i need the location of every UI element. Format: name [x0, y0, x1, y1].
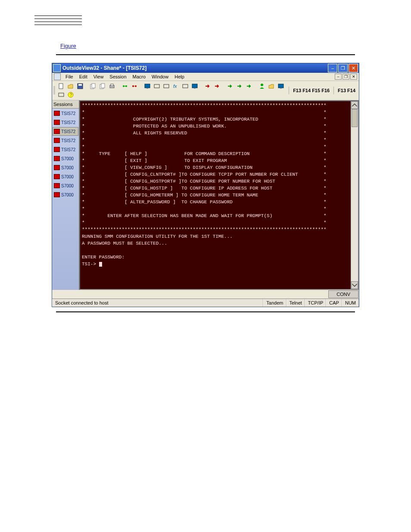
- top-link[interactable]: [34, 19, 82, 22]
- folder-icon: [268, 83, 274, 89]
- fkeys-group-a[interactable]: F13 F14 F15 F16: [291, 87, 332, 94]
- terminal-icon: [54, 156, 60, 161]
- terminal-icon: [54, 138, 60, 143]
- arrow-grn3-icon: [246, 83, 252, 89]
- screen-icon: [192, 83, 198, 89]
- rect-button[interactable]: [57, 90, 65, 99]
- figure-separator-top: [56, 54, 355, 55]
- glasses-button[interactable]: [153, 82, 161, 90]
- menu-session[interactable]: Session: [106, 73, 129, 80]
- monitor-button[interactable]: [143, 82, 152, 90]
- top-link[interactable]: [34, 16, 82, 19]
- scrollbar-thumb[interactable]: [352, 109, 358, 127]
- minimize-button[interactable]: –: [328, 64, 337, 72]
- toolbar: F13 F14 F15 F16 F13 F14: [52, 81, 359, 100]
- fx-button[interactable]: [171, 82, 180, 90]
- terminal[interactable]: ****************************************…: [80, 101, 351, 289]
- session-tab[interactable]: TSIS72: [53, 145, 78, 154]
- status-cell: CAP: [326, 299, 342, 307]
- glasses-icon: [154, 83, 160, 89]
- session-tab[interactable]: S7000: [53, 154, 78, 163]
- paste-icon: [100, 83, 106, 89]
- session-tab[interactable]: S7000: [53, 190, 78, 199]
- conv-row: CONV: [52, 290, 359, 299]
- terminal-icon: [54, 192, 60, 197]
- save-button[interactable]: [76, 82, 84, 90]
- session-tab[interactable]: S7000: [53, 181, 78, 190]
- window-title: OutsideView32 - Shane* - [TSIS72]: [62, 65, 327, 71]
- session-tab[interactable]: TSIS72: [53, 127, 78, 136]
- terminal-cursor: [99, 262, 102, 267]
- terminal-icon: [54, 147, 60, 152]
- top-link[interactable]: [34, 13, 82, 16]
- close-button[interactable]: ✕: [349, 64, 358, 72]
- screen-button[interactable]: [190, 82, 199, 90]
- session-label: S7000: [61, 193, 74, 197]
- disconnect-button[interactable]: [130, 82, 139, 90]
- screen2-button[interactable]: [277, 82, 285, 90]
- arrow-grn2-button[interactable]: [235, 82, 244, 90]
- folder-button[interactable]: [267, 82, 276, 90]
- mdi-icon[interactable]: [54, 73, 61, 80]
- session-tab[interactable]: S7000: [53, 163, 78, 172]
- arrow-grn1-button[interactable]: [226, 82, 234, 90]
- terminal-icon: [54, 111, 60, 116]
- arrow-red2-button[interactable]: [213, 82, 221, 90]
- copy-button[interactable]: [89, 82, 97, 90]
- menu-view[interactable]: View: [90, 73, 107, 80]
- maximize-button[interactable]: ❐: [338, 64, 348, 72]
- scroll-up-button[interactable]: [351, 101, 358, 109]
- sessions-panel: Sessions TSIS72TSIS72TSIS72TSIS72TSIS72S…: [52, 100, 79, 290]
- status-bar: Socket connected to host TandemTelnetTCP…: [52, 299, 359, 307]
- terminal-icon: [54, 129, 60, 134]
- mdi-minimize-button[interactable]: –: [335, 74, 342, 80]
- scroll-down-button[interactable]: [351, 281, 358, 289]
- menu-macro[interactable]: Macro: [130, 73, 149, 80]
- session-tab[interactable]: TSIS72: [53, 109, 78, 118]
- person-button[interactable]: [258, 82, 266, 90]
- figure-link[interactable]: Figure: [60, 43, 76, 49]
- chart-icon: [182, 83, 188, 89]
- title-bar: OutsideView32 - Shane* - [TSIS72] – ❐ ✕: [52, 63, 359, 73]
- menu-edit[interactable]: Edit: [76, 73, 90, 80]
- fkeys-group-b[interactable]: F13 F14: [336, 87, 358, 94]
- chart-button[interactable]: [181, 82, 190, 90]
- menu-window[interactable]: Window: [149, 73, 171, 80]
- status-message: Socket connected to host: [52, 299, 263, 307]
- terminal-icon: [54, 165, 60, 170]
- open-button[interactable]: [66, 82, 75, 90]
- scrollbar-track[interactable]: [351, 109, 358, 281]
- keyboard-red-button[interactable]: [162, 82, 171, 90]
- window-body: Sessions TSIS72TSIS72TSIS72TSIS72TSIS72S…: [52, 100, 359, 290]
- session-label: S7000: [61, 174, 74, 179]
- screen2-icon: [278, 83, 284, 89]
- status-cell: Tandem: [263, 299, 286, 307]
- mdi-close-button[interactable]: ✕: [350, 74, 357, 80]
- session-label: S7000: [61, 156, 74, 161]
- new-button[interactable]: [57, 82, 65, 90]
- toolbar-handle[interactable]: [53, 86, 55, 95]
- top-link[interactable]: [34, 22, 82, 25]
- arrow-red1-button[interactable]: [203, 82, 212, 90]
- session-tab[interactable]: TSIS72: [53, 136, 78, 145]
- mdi-restore-button[interactable]: ❐: [342, 74, 349, 80]
- session-label: TSIS72: [61, 147, 75, 152]
- paste-button[interactable]: [98, 82, 107, 90]
- arrow-grn3-button[interactable]: [245, 82, 253, 90]
- outsideview-window: OutsideView32 - Shane* - [TSIS72] – ❐ ✕ …: [52, 63, 359, 307]
- rect-icon: [58, 92, 64, 98]
- session-tab[interactable]: TSIS72: [53, 118, 78, 127]
- session-tab[interactable]: S7000: [53, 172, 78, 181]
- connect-button[interactable]: [121, 82, 129, 90]
- session-label: S7000: [61, 184, 74, 188]
- menu-help[interactable]: Help: [171, 73, 187, 80]
- print-icon: [109, 83, 115, 89]
- terminal-wrap: ****************************************…: [79, 100, 359, 290]
- status-cell: Telnet: [286, 299, 305, 307]
- print-button[interactable]: [108, 82, 116, 90]
- vertical-scrollbar[interactable]: [351, 101, 358, 289]
- help-button[interactable]: [66, 90, 75, 99]
- status-cell: TCP/IP: [305, 299, 326, 307]
- menu-file[interactable]: File: [62, 73, 76, 80]
- session-label: S7000: [61, 165, 74, 170]
